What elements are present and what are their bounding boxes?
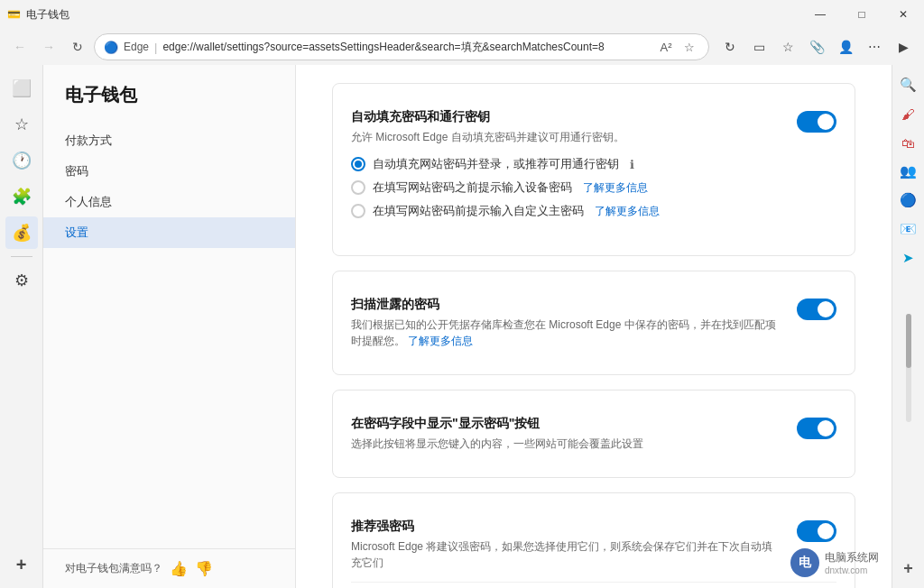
toolbar-icons: ↻ ▭ ☆ 📎 👤 ⋯ ▶	[716, 33, 917, 60]
add-right-button[interactable]: +	[896, 556, 921, 581]
strong-pwd-title: 推荐强密码	[351, 519, 779, 535]
info-icon: ℹ	[630, 158, 634, 171]
strong-pwd-content: 推荐强密码 Microsoft Edge 将建议强密码，如果您选择使用它们，则系…	[351, 519, 779, 571]
sidebar-toggle-icon[interactable]: ▶	[890, 33, 917, 60]
scrollbar-area[interactable]	[906, 274, 911, 552]
favorites-icon[interactable]: ☆	[679, 37, 699, 57]
sidebar-separator	[11, 256, 32, 257]
refresh-feed-icon[interactable]: ↻	[716, 33, 744, 60]
more-settings-link[interactable]: 更少设置 ∧	[351, 583, 836, 588]
bag-right-icon[interactable]: 🛍	[896, 130, 921, 155]
scan-link[interactable]: 了解更多信息	[408, 335, 473, 347]
sidebar-bottom: +	[5, 548, 38, 588]
people-right-icon[interactable]: 👥	[896, 159, 921, 184]
autofill-desc: 允许 Microsoft Edge 自动填充密码并建议可用通行密钥。	[351, 129, 660, 145]
show-pwd-title: 在密码字段中显示"显示密码"按钮	[351, 416, 643, 432]
show-pwd-toggle[interactable]	[797, 418, 836, 439]
split-view-icon[interactable]: ▭	[745, 33, 772, 60]
paint-right-icon[interactable]: 🖌	[896, 101, 921, 126]
autofill-toggle[interactable]	[797, 111, 836, 133]
address-bar-actions: A² ☆	[656, 37, 699, 57]
scan-setting-content: 扫描泄露的密码 我们根据已知的公开凭据存储库检查您在 Microsoft Edg…	[351, 297, 779, 349]
right-sidebar-bottom: +	[896, 556, 921, 588]
strong-pwd-toggle[interactable]	[797, 520, 836, 542]
strong-pwd-row: 推荐强密码 Microsoft Edge 将建议强密码，如果您选择使用它们，则系…	[351, 508, 836, 583]
strong-pwd-desc: Microsoft Edge 将建议强密码，如果您选择使用它们，则系统会保存它们…	[351, 538, 779, 571]
address-bar-row: ← → ↻ 🔵 Edge | edge://wallet/settings?so…	[0, 29, 924, 65]
scrollbar-track	[906, 314, 911, 422]
profile-icon[interactable]: 👤	[832, 33, 859, 60]
autofill-setting-row: 自动填充密码和通行密钥 允许 Microsoft Edge 自动填充密码并建议可…	[351, 98, 836, 241]
title-bar-left: 💳 电子钱包	[7, 7, 69, 23]
nav-item-password[interactable]: 密码	[43, 156, 295, 187]
maximize-button[interactable]: □	[841, 0, 882, 29]
forward-button[interactable]: →	[36, 34, 61, 60]
radio-custom-label: 在填写网站密码前提示输入自定义主密码	[373, 203, 584, 219]
back-button[interactable]: ←	[7, 34, 32, 60]
section-show-pwd: 在密码字段中显示"显示密码"按钮 选择此按钮将显示您键入的内容，一些网站可能会覆…	[332, 390, 855, 478]
edge-label: Edge	[124, 41, 149, 53]
right-sidebar: 🔍 🖌 🛍 👥 🔵 📧 ➤ +	[892, 65, 924, 588]
radio-circle-autofill	[351, 157, 365, 171]
site-icon: 🔵	[104, 41, 118, 54]
scan-setting-row: 扫描泄露的密码 我们根据已知的公开凭据存储库检查您在 Microsoft Edg…	[351, 286, 836, 360]
radio-custom-pwd[interactable]: 在填写网站密码前提示输入自定义主密码 了解更多信息	[351, 199, 660, 223]
radio-circle-device	[351, 180, 365, 195]
tab-title: 电子钱包	[26, 7, 69, 23]
nav-panel-feedback: 对电子钱包满意吗？ 👍 👎	[43, 548, 295, 588]
nav-panel: 电子钱包 付款方式 密码 个人信息 设置 对电子钱包满意吗？ 👍 👎	[43, 65, 296, 588]
sidebar-item-extensions[interactable]: 🧩	[5, 180, 38, 213]
sidebar-item-wallet[interactable]: 💰	[5, 216, 38, 249]
autofill-radio-group: 自动填充网站密码并登录，或推荐可用通行密钥 ℹ 在填写网站密码之前提示输入设备密…	[351, 145, 660, 230]
show-pwd-desc: 选择此按钮将显示您键入的内容，一些网站可能会覆盖此设置	[351, 436, 643, 452]
radio-device-pwd[interactable]: 在填写网站密码之前提示输入设备密码 了解更多信息	[351, 176, 660, 199]
radio-autofill[interactable]: 自动填充网站密码并登录，或推荐可用通行密钥 ℹ	[351, 152, 660, 176]
scan-title: 扫描泄露的密码	[351, 297, 779, 313]
sidebar-item-settings[interactable]: ⚙	[5, 264, 38, 297]
radio-autofill-label: 自动填充网站密码并登录，或推荐可用通行密钥	[373, 156, 619, 172]
device-pwd-link[interactable]: 了解更多信息	[583, 180, 648, 196]
address-bar[interactable]: 🔵 Edge | edge://wallet/settings?source=a…	[94, 33, 709, 60]
close-button[interactable]: ✕	[882, 0, 924, 29]
scan-toggle[interactable]	[797, 299, 836, 320]
content-area: 自动填充密码和通行密钥 允许 Microsoft Edge 自动填充密码并建议可…	[296, 65, 892, 588]
autofill-title: 自动填充密码和通行密钥	[351, 109, 660, 125]
nav-item-personal[interactable]: 个人信息	[43, 187, 295, 217]
nav-item-payment[interactable]: 付款方式	[43, 125, 295, 156]
main-layout: ⬜ ☆ 🕐 🧩 💰 ⚙ + 电子钱包 付款方式 密码 个人信息 设置 对电子钱包…	[0, 65, 924, 588]
title-bar: 💳 电子钱包 — □ ✕	[0, 0, 924, 29]
nav-item-settings[interactable]: 设置	[43, 217, 295, 248]
custom-pwd-link[interactable]: 了解更多信息	[595, 204, 660, 219]
show-pwd-row: 在密码字段中显示"显示密码"按钮 选择此按钮将显示您键入的内容，一些网站可能会覆…	[351, 405, 836, 463]
url-text: edge://wallet/settings?source=assetsSett…	[162, 40, 651, 55]
section-scan: 扫描泄露的密码 我们根据已知的公开凭据存储库检查您在 Microsoft Edg…	[332, 271, 855, 375]
outlook-right-icon[interactable]: 📧	[896, 216, 921, 242]
more-button[interactable]: ⋯	[861, 33, 888, 60]
add-sidebar-button[interactable]: +	[5, 548, 38, 581]
refresh-button[interactable]: ↻	[65, 34, 90, 60]
sidebar-item-favorites[interactable]: ☆	[5, 108, 38, 141]
thumbs-up-icon[interactable]: 👍	[170, 560, 188, 577]
thumbs-down-icon[interactable]: 👎	[195, 560, 213, 577]
left-sidebar: ⬜ ☆ 🕐 🧩 💰 ⚙ +	[0, 65, 43, 588]
scrollbar-thumb[interactable]	[906, 314, 911, 368]
minimize-button[interactable]: —	[799, 0, 841, 29]
collections-icon[interactable]: 📎	[803, 33, 830, 60]
arrow-right-icon[interactable]: ➤	[896, 245, 921, 271]
sidebar-item-history[interactable]: 🕐	[5, 144, 38, 177]
reader-mode-icon[interactable]: A²	[656, 37, 676, 57]
radio-circle-custom	[351, 204, 365, 218]
search-right-icon[interactable]: 🔍	[896, 72, 921, 97]
tab-icon: 💳	[7, 8, 21, 21]
show-pwd-content: 在密码字段中显示"显示密码"按钮 选择此按钮将显示您键入的内容，一些网站可能会覆…	[351, 416, 643, 452]
favorites-toolbar-icon[interactable]: ☆	[774, 33, 801, 60]
section-strong-pwd: 推荐强密码 Microsoft Edge 将建议强密码，如果您选择使用它们，则系…	[332, 492, 855, 588]
sidebar-item-tabs[interactable]: ⬜	[5, 72, 38, 105]
autofill-setting-content: 自动填充密码和通行密钥 允许 Microsoft Edge 自动填充密码并建议可…	[351, 109, 660, 230]
scan-desc: 我们根据已知的公开凭据存储库检查您在 Microsoft Edge 中保存的密码…	[351, 317, 779, 349]
window-controls: — □ ✕	[799, 0, 924, 29]
nav-panel-title: 电子钱包	[43, 83, 295, 125]
circle-right-icon[interactable]: 🔵	[896, 188, 921, 213]
separator: |	[154, 41, 157, 54]
radio-device-label: 在填写网站密码之前提示输入设备密码	[373, 179, 572, 196]
